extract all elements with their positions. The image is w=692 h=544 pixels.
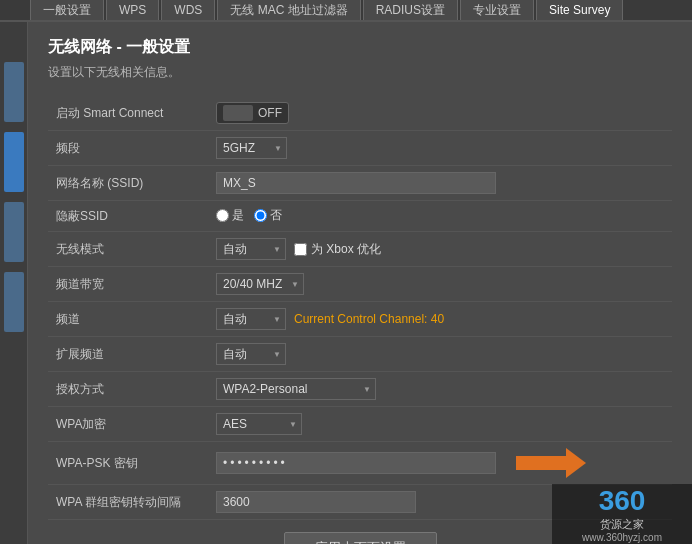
tab-site-survey[interactable]: Site Survey: [536, 0, 623, 20]
row-frequency: 频段 5GHZ 2.4GHZ: [48, 131, 672, 166]
watermark: 360 货源之家 www.360hyzj.com: [552, 484, 692, 544]
sidebar-item-2: [4, 132, 24, 192]
main-content: 无线网络 - 一般设置 设置以下无线相关信息。 启动 Smart Connect…: [28, 22, 692, 544]
row-channel-bw: 频道带宽 20/40 MHZ 20 MHZ 40 MHZ: [48, 267, 672, 302]
wpa-enc-select[interactable]: AES TKIP AES+TKIP: [216, 413, 302, 435]
hide-ssid-yes-text: 是: [232, 207, 244, 224]
label-channel: 频道: [48, 302, 208, 337]
row-wpa-psk: WPA-PSK 密钥: [48, 442, 672, 485]
auth-method-select[interactable]: WPA2-Personal Open System WPA-Personal W…: [216, 378, 376, 400]
label-wpa-encryption: WPA加密: [48, 407, 208, 442]
page-subtitle: 设置以下无线相关信息。: [48, 64, 672, 81]
row-ssid: 网络名称 (SSID): [48, 166, 672, 201]
channel-row: 自动 1 6 11 40 Current Control Channel: 40: [216, 308, 444, 330]
wpa-enc-select-wrapper: AES TKIP AES+TKIP: [216, 413, 302, 435]
channel-select[interactable]: 自动 1 6 11 40: [216, 308, 286, 330]
channel-info: Current Control Channel: 40: [294, 312, 444, 326]
frequency-select[interactable]: 5GHZ 2.4GHZ: [216, 137, 287, 159]
label-smart-connect: 启动 Smart Connect: [48, 96, 208, 131]
watermark-url: www.360hyzj.com: [582, 532, 662, 543]
sidebar-item-1: [4, 62, 24, 122]
watermark-brand: 货源之家: [600, 517, 644, 532]
apply-button[interactable]: 应用本页面设置: [284, 532, 437, 544]
xbox-optimize-label[interactable]: 为 Xbox 优化: [294, 241, 381, 258]
label-hide-ssid: 隐蔽SSID: [48, 201, 208, 232]
label-wpa-psk: WPA-PSK 密钥: [48, 442, 208, 485]
sidebar-item-4: [4, 272, 24, 332]
auth-method-select-wrapper: WPA2-Personal Open System WPA-Personal W…: [216, 378, 376, 400]
channel-select-wrapper: 自动 1 6 11 40: [216, 308, 286, 330]
orange-arrow-icon: [516, 448, 586, 478]
row-smart-connect: 启动 Smart Connect OFF: [48, 96, 672, 131]
tab-general[interactable]: 一般设置: [30, 0, 104, 20]
sidebar-item-3: [4, 202, 24, 262]
row-ext-channel: 扩展频道 自动 上 下: [48, 337, 672, 372]
top-nav: 一般设置 WPS WDS 无线 MAC 地址过滤器 RADIUS设置 专业设置 …: [0, 0, 692, 22]
row-wireless-mode: 无线模式 自动 N only G/N 为 Xbox 优化: [48, 232, 672, 267]
tab-mac-filter[interactable]: 无线 MAC 地址过滤器: [217, 0, 360, 20]
xbox-optimize-text: 为 Xbox 优化: [311, 241, 381, 258]
wireless-mode-select[interactable]: 自动 N only G/N: [216, 238, 286, 260]
hide-ssid-no-radio[interactable]: [254, 209, 267, 222]
hide-ssid-no-label[interactable]: 否: [254, 207, 282, 224]
hide-ssid-yes-label[interactable]: 是: [216, 207, 244, 224]
wireless-mode-row: 自动 N only G/N 为 Xbox 优化: [216, 238, 381, 260]
label-frequency: 频段: [48, 131, 208, 166]
ext-channel-select-wrapper: 自动 上 下: [216, 343, 286, 365]
frequency-select-wrapper: 5GHZ 2.4GHZ: [216, 137, 287, 159]
xbox-optimize-checkbox[interactable]: [294, 243, 307, 256]
label-auth-method: 授权方式: [48, 372, 208, 407]
tab-advanced[interactable]: 专业设置: [460, 0, 534, 20]
smart-connect-toggle[interactable]: OFF: [216, 102, 289, 124]
ssid-input[interactable]: [216, 172, 496, 194]
sidebar-left: [0, 22, 28, 544]
channel-bw-select[interactable]: 20/40 MHZ 20 MHZ 40 MHZ: [216, 273, 304, 295]
row-auth-method: 授权方式 WPA2-Personal Open System WPA-Perso…: [48, 372, 672, 407]
row-wpa-encryption: WPA加密 AES TKIP AES+TKIP: [48, 407, 672, 442]
hide-ssid-radio-group: 是 否: [216, 207, 282, 224]
row-channel: 频道 自动 1 6 11 40 Current Control: [48, 302, 672, 337]
label-wireless-mode: 无线模式: [48, 232, 208, 267]
tab-wps[interactable]: WPS: [106, 0, 159, 20]
row-hide-ssid: 隐蔽SSID 是 否: [48, 201, 672, 232]
page-title: 无线网络 - 一般设置: [48, 37, 672, 58]
settings-form: 启动 Smart Connect OFF 频段 5GHZ 2.4GHZ: [48, 96, 672, 520]
label-ext-channel: 扩展频道: [48, 337, 208, 372]
label-wpa-group-interval: WPA 群组密钥转动间隔: [48, 485, 208, 520]
toggle-label: OFF: [258, 106, 282, 120]
wpa-psk-input[interactable]: [216, 452, 496, 474]
wpa-group-interval-input[interactable]: [216, 491, 416, 513]
toggle-knob: [223, 105, 253, 121]
wpa-psk-arrow-area: [216, 448, 586, 478]
wireless-mode-select-wrapper: 自动 N only G/N: [216, 238, 286, 260]
watermark-360: 360: [599, 485, 646, 517]
label-ssid: 网络名称 (SSID): [48, 166, 208, 201]
label-channel-bw: 频道带宽: [48, 267, 208, 302]
hide-ssid-yes-radio[interactable]: [216, 209, 229, 222]
tab-radius[interactable]: RADIUS设置: [363, 0, 458, 20]
channel-bw-select-wrapper: 20/40 MHZ 20 MHZ 40 MHZ: [216, 273, 304, 295]
hide-ssid-no-text: 否: [270, 207, 282, 224]
ext-channel-select[interactable]: 自动 上 下: [216, 343, 286, 365]
tab-wds[interactable]: WDS: [161, 0, 215, 20]
